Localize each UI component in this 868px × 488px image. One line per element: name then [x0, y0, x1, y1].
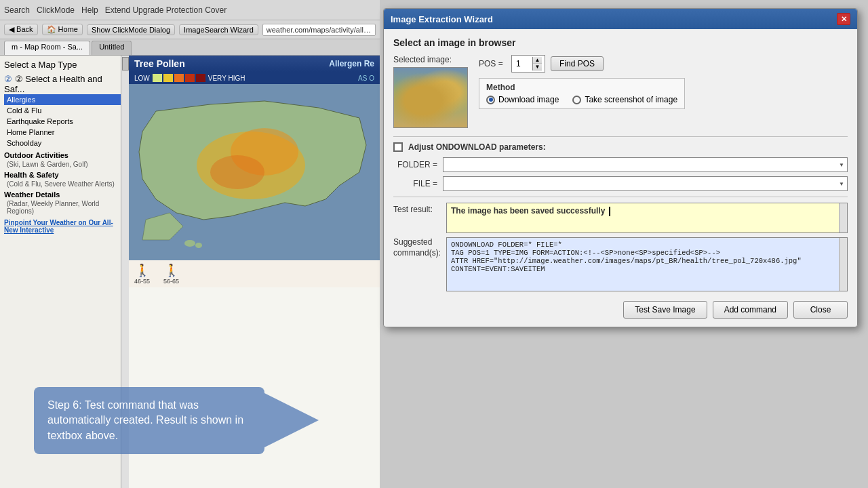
imagesearch-wizard-button[interactable]: ImageSearch Wizard	[179, 24, 258, 35]
pos-find-row: POS = 1 ▲ ▼ Find POS Method	[479, 55, 685, 116]
dialog-close-icon[interactable]: ✕	[837, 13, 850, 25]
suggested-cmd-text: ONDOWNLOAD FOLDER=* FILE=* TAG POS=1 TYP…	[451, 241, 843, 273]
legend-box-1	[153, 74, 162, 82]
add-command-button[interactable]: Add command	[713, 301, 788, 319]
dialog-section-title: Select an image in browser	[393, 37, 848, 48]
pos-input[interactable]: 1 ▲ ▼	[511, 55, 545, 73]
map-title: Tree Pollen	[134, 58, 185, 69]
browser-tabs: m - Map Room - Sa... Untitled	[0, 39, 380, 56]
health-safety-label: ② ② Select a Health and Saf...	[4, 74, 125, 94]
radio-download-label: Download image	[498, 95, 559, 104]
promo-link[interactable]: Pinpoint Your Weather on Our All-New Int…	[4, 219, 125, 234]
back-button[interactable]: ◀ Back	[4, 24, 38, 35]
legend-high: VERY HIGH	[208, 75, 245, 82]
test-result-row: Test result: The image has been saved su…	[393, 203, 848, 233]
pos-down-arrow[interactable]: ▼	[533, 64, 542, 70]
suggested-label: Suggestedcommand(s):	[393, 237, 441, 258]
weather-details-sub: (Radar, Weekly Planner, World Regions)	[7, 200, 125, 215]
adjust-checkbox[interactable]	[393, 142, 403, 152]
method-section: Method Download image Take screenshot of…	[479, 78, 685, 109]
radio-row: Download image Take screenshot of image	[486, 95, 677, 104]
method-label: Method	[486, 83, 677, 92]
browser-menubar: Search ClickMode Help Extend Upgrade Pro…	[0, 0, 380, 20]
file-row: FILE = ▼	[393, 176, 848, 191]
list-item-homeplanner[interactable]: Home Planner	[4, 127, 125, 138]
health-safety-sub: (Cold & Flu, Severe Weather Alerts)	[7, 180, 125, 188]
image-thumbnail	[393, 67, 468, 128]
allergen-label: Allergen Re	[329, 59, 374, 68]
pos-value: 1	[515, 58, 532, 70]
svg-point-7	[195, 243, 202, 248]
tab-maproom[interactable]: m - Map Room - Sa...	[4, 41, 90, 55]
browser-content: Select a Map Type ② ② Select a Health an…	[0, 56, 380, 488]
legend-box-3	[174, 74, 184, 82]
home-button[interactable]: 🏠 Home	[42, 24, 83, 35]
radio-screenshot[interactable]: Take screenshot of image	[572, 95, 677, 104]
radio-screenshot-circle	[572, 96, 581, 104]
test-result-scrollbar[interactable]	[839, 203, 847, 232]
legend-bar: LOW VERY HIGH AS O	[129, 72, 380, 84]
suggested-cmd-box[interactable]: ONDOWNLOAD FOLDER=* FILE=* TAG POS=1 TYP…	[446, 237, 848, 291]
suggested-scrollbar[interactable]	[839, 238, 847, 291]
pos-spinner[interactable]: ▲ ▼	[532, 57, 542, 70]
us-map	[129, 84, 380, 260]
radio-download-circle	[486, 96, 495, 104]
selected-image-label: Selected image:	[393, 55, 468, 64]
selected-image-row: Selected image: POS = 1 ▲ ▼	[393, 55, 848, 128]
legend-box-5	[196, 74, 205, 82]
file-dropdown-arrow: ▼	[839, 181, 844, 187]
radio-screenshot-label: Take screenshot of image	[585, 95, 677, 104]
pos-up-arrow[interactable]: ▲	[533, 57, 542, 64]
weather-details-section: Weather Details	[4, 190, 125, 199]
image-extraction-dialog: Image Extraction Wizard ✕ Select an imag…	[383, 8, 858, 327]
suggested-row: Suggestedcommand(s): ONDOWNLOAD FOLDER=*…	[393, 237, 848, 291]
legend-low: LOW	[134, 75, 150, 82]
allergen-icon-46-55: 🚶 46-55	[134, 263, 150, 285]
file-dropdown[interactable]: ▼	[443, 176, 848, 191]
dialog-title: Image Extraction Wizard	[391, 14, 493, 24]
step-overlay: Step 6: Test command that was automatica…	[34, 387, 353, 454]
legend-colors	[153, 74, 205, 82]
menu-clickmode[interactable]: ClickMode	[37, 5, 75, 15]
as-of-label: AS O	[358, 75, 374, 82]
step-arrow	[264, 393, 319, 447]
list-item-schoolday[interactable]: Schoolday	[4, 138, 125, 148]
adjust-row: Adjust ONDOWNLOAD parameters:	[393, 142, 848, 152]
cursor	[609, 207, 610, 216]
clickmode-dialog-button[interactable]: Show ClickMode Dialog	[87, 24, 175, 35]
allergen-icon-56-65: 🚶 56-65	[163, 263, 179, 285]
folder-dropdown-arrow: ▼	[839, 162, 844, 168]
health-safety-section: Health & Safety	[4, 171, 125, 179]
menu-help[interactable]: Help	[81, 5, 98, 15]
folder-row: FOLDER = ▼	[393, 157, 848, 172]
menu-extend[interactable]: Extend Upgrade Protection Cover	[105, 5, 226, 15]
map-header: Tree Pollen Allergen Re	[129, 56, 380, 72]
folder-dropdown[interactable]: ▼	[443, 157, 848, 172]
dialog-titlebar: Image Extraction Wizard ✕	[384, 9, 857, 29]
menu-search[interactable]: Search	[4, 5, 30, 15]
health-list[interactable]: Allergies Cold & Flu Earthquake Reports …	[4, 94, 125, 148]
test-result-box[interactable]: The image has been saved successfully	[446, 203, 848, 233]
list-item-allergies[interactable]: Allergies	[4, 94, 125, 105]
close-button[interactable]: Close	[793, 301, 848, 319]
list-item-earthquake[interactable]: Earthquake Reports	[4, 116, 125, 127]
dialog-body: Select an image in browser Selected imag…	[384, 29, 857, 327]
map-type-label: Select a Map Type	[4, 60, 125, 70]
allergen-icons-row: 🚶 46-55 🚶 56-65	[129, 260, 380, 287]
browser-navbar: ◀ Back 🏠 Home Show ClickMode Dialog Imag…	[0, 20, 380, 39]
action-buttons: Test Save Image Add command Close	[393, 298, 848, 319]
folder-label: FOLDER =	[393, 160, 437, 169]
test-result-text: The image has been saved successfully	[451, 206, 605, 216]
list-item-coldflu[interactable]: Cold & Flu	[4, 105, 125, 116]
test-save-image-button[interactable]: Test Save Image	[623, 301, 707, 319]
svg-point-4	[210, 155, 264, 189]
file-label: FILE =	[393, 179, 437, 188]
url-bar[interactable]: weather.com/maps/activity/allergies/ustr…	[262, 24, 376, 36]
radio-download[interactable]: Download image	[486, 95, 559, 104]
legend-box-2	[163, 74, 173, 82]
pos-input-row: POS = 1 ▲ ▼ Find POS	[479, 55, 685, 73]
browser-menu: Search ClickMode Help Extend Upgrade Pro…	[4, 5, 226, 15]
find-pos-button[interactable]: Find POS	[551, 56, 604, 71]
svg-point-6	[184, 240, 195, 247]
tab-untitled[interactable]: Untitled	[92, 41, 132, 55]
